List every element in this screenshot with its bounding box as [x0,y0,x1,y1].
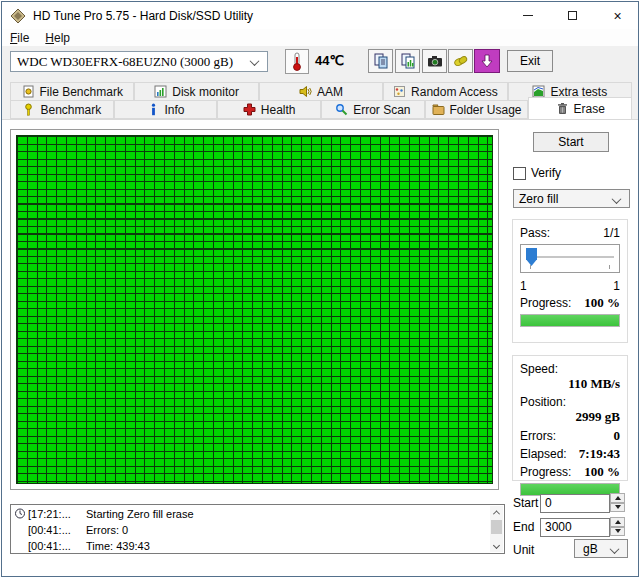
title-bar: HD Tune Pro 5.75 - Hard Disk/SSD Utility… [2,2,639,29]
maximize-button[interactable] [550,2,595,29]
maximize-icon [568,11,577,20]
copy-image-button[interactable] [395,49,420,73]
event-log: [17:21:... Starting Zero fill erase [00:… [10,504,505,554]
spin-down-button[interactable] [610,503,625,513]
save-button[interactable] [474,49,500,73]
file-benchmark-icon [22,85,35,98]
tab-disk-monitor[interactable]: Disk monitor [134,82,258,100]
verify-checkbox[interactable] [513,167,526,180]
range-end-label: End [513,520,534,534]
scroll-down-button[interactable] [490,539,503,552]
log-time: [17:21:... [28,508,74,520]
tab-benchmark[interactable]: Benchmark [10,100,114,119]
thermometer-icon [291,52,303,71]
folder-icon [432,103,445,116]
health-cross-icon [243,103,256,116]
camera-icon [427,53,443,69]
menu-bar: File Help [2,29,639,46]
tab-health[interactable]: Health [217,100,321,119]
copy-text-button[interactable] [368,49,393,73]
info-icon [147,103,160,116]
pass-progress-bar [520,314,620,327]
errors-value: 0 [614,428,621,444]
unit-value: gB [583,542,598,556]
spin-up-button[interactable] [610,493,625,503]
menu-file[interactable]: File [2,31,37,45]
window-title: HD Tune Pro 5.75 - Hard Disk/SSD Utility [33,9,253,23]
minimize-icon [523,15,533,16]
spin-down-button[interactable] [610,527,625,537]
erase-block-map [10,129,499,490]
range-end-field [540,517,625,536]
slider-tick-min [530,265,531,269]
app-logo-icon [10,8,26,24]
slider-track [526,256,614,258]
elapsed-value: 7:19:43 [579,446,620,462]
scroll-up-button[interactable] [490,506,503,519]
pass-progress-value: 100 % [584,295,620,311]
speed-label: Speed: [520,362,620,376]
menu-help[interactable]: Help [37,31,78,45]
tab-random-access[interactable]: Random Access [383,82,507,100]
app-window: HD Tune Pro 5.75 - Hard Disk/SSD Utility… [1,1,639,577]
position-value: 2999 gB [520,409,620,425]
chevron-down-icon [610,544,620,554]
log-time: [00:41:... [28,540,74,552]
log-entry: [00:41:... Errors: 0 [11,522,504,537]
verify-label: Verify [531,166,561,180]
exit-button[interactable]: Exit [507,50,553,72]
donate-button[interactable] [448,49,473,73]
log-time: [00:41:... [28,524,74,536]
log-scrollbar[interactable] [490,506,503,552]
minimize-button[interactable] [505,2,550,29]
chevron-down-icon [493,542,500,549]
scrollbar-thumb[interactable] [491,520,502,534]
status-progress-label: Progress: [520,465,571,479]
chevron-down-icon [250,56,260,66]
log-message: Time: 439:43 [86,540,150,552]
tab-erase[interactable]: Erase [528,97,632,119]
pass-min: 1 [520,279,527,293]
close-button[interactable]: × [595,2,639,29]
copy-pages-icon [373,53,389,69]
range-start-spinner [610,493,625,512]
speed-value: 110 MB/s [520,376,620,392]
toolbar: WDC WD30EFRX-68EUZN0 (3000 gB) 44℃ [2,46,639,79]
tab-info[interactable]: Info [114,100,218,119]
pass-max: 1 [613,279,620,293]
start-button[interactable]: Start [533,132,609,152]
spin-up-button[interactable] [610,517,625,527]
tab-aam[interactable]: AAM [259,82,383,100]
tab-error-scan[interactable]: Error Scan [321,100,425,119]
erase-method-select[interactable]: Zero fill [513,189,630,208]
speaker-icon [299,85,312,98]
slider-thumb[interactable] [526,248,537,266]
pass-slider[interactable] [520,244,620,273]
screenshot-button[interactable] [422,49,447,73]
pass-progress-label: Progress: [520,296,571,310]
unit-select[interactable]: gB [574,539,628,558]
slider-tick-max [609,265,610,269]
range-start-input[interactable] [540,494,610,513]
tab-file-benchmark[interactable]: File Benchmark [10,82,134,100]
magnifier-icon [335,103,348,116]
hand-icon [453,53,469,69]
arrow-down-icon [615,529,621,533]
download-arrow-icon [480,54,494,68]
drive-selector[interactable]: WDC WD30EFRX-68EUZN0 (3000 gB) [10,51,268,72]
range-end-spinner [610,517,625,536]
disk-monitor-icon [154,85,167,98]
range-end-input[interactable] [540,518,610,537]
chevron-down-icon [612,194,622,204]
pass-value: 1/1 [603,226,620,240]
tab-folder-usage[interactable]: Folder Usage [425,100,529,119]
arrow-up-icon [615,520,621,524]
log-message: Starting Zero fill erase [86,508,194,520]
chevron-up-icon [493,510,500,517]
log-message: Errors: 0 [86,524,128,536]
status-group: Speed: 110 MB/s Position: 2999 gB Errors… [512,355,628,481]
pass-label: Pass: [520,226,550,240]
temperature-value: 44℃ [315,53,344,68]
trash-icon [556,102,569,115]
log-entry: [00:41:... Time: 439:43 [11,538,504,553]
